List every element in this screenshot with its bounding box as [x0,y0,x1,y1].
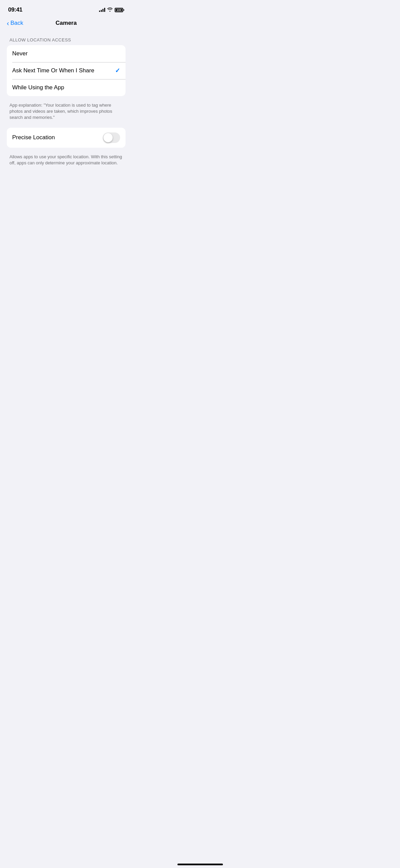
status-icons: 100 [99,7,124,13]
option-while-using[interactable]: While Using the App [7,79,126,96]
selected-checkmark-icon: ✓ [115,67,120,74]
back-label: Back [11,20,23,26]
precise-location-group: Precise Location [7,128,126,148]
status-time: 09:41 [8,6,22,13]
chevron-left-icon: ‹ [7,20,9,26]
nav-bar: ‹ Back Camera [0,17,132,31]
signal-icon [99,8,105,12]
precise-location-toggle[interactable] [103,132,120,143]
wifi-icon [107,7,113,13]
location-access-footer: App explanation: "Your location is used … [7,100,126,128]
location-access-group: Never Ask Next Time Or When I Share ✓ Wh… [7,45,126,96]
precise-location-label: Precise Location [12,134,55,141]
page-title: Camera [56,20,77,26]
precise-location-footer: Allows apps to use your specific locatio… [7,151,126,173]
section-label-location-access: ALLOW LOCATION ACCESS [7,37,126,42]
option-ask-next-time[interactable]: Ask Next Time Or When I Share ✓ [7,62,126,79]
option-ask-next-time-label: Ask Next Time Or When I Share [12,67,94,74]
battery-icon: 100 [115,8,124,12]
precise-location-row: Precise Location [7,128,126,148]
option-never-label: Never [12,50,27,57]
option-never[interactable]: Never [7,45,126,62]
main-content: ALLOW LOCATION ACCESS Never Ask Next Tim… [0,31,132,173]
status-bar: 09:41 100 [0,0,132,17]
back-button[interactable]: ‹ Back [7,20,23,26]
option-while-using-label: While Using the App [12,84,64,91]
toggle-knob [103,133,113,142]
